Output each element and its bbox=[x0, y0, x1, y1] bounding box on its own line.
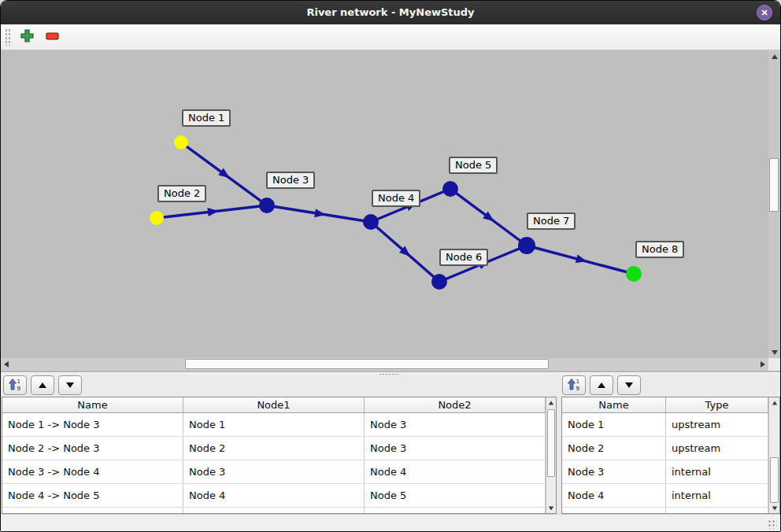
horizontal-scroll-thumb[interactable] bbox=[185, 359, 549, 369]
table-cell: Node 4 -> Node 5 bbox=[2, 484, 183, 507]
table-row[interactable] bbox=[562, 508, 768, 514]
table-cell bbox=[2, 508, 183, 514]
scroll-thumb[interactable] bbox=[770, 457, 779, 503]
scroll-down-icon[interactable] bbox=[546, 503, 556, 513]
vertical-scroll-thumb[interactable] bbox=[769, 158, 779, 212]
down-arrow-icon bbox=[549, 506, 553, 510]
nodes-table-scrollbar[interactable] bbox=[768, 397, 779, 513]
nodes-table-toolbar: 1 9 bbox=[562, 375, 641, 395]
table-cell: Node 3 bbox=[183, 460, 365, 483]
table-cell bbox=[666, 508, 768, 514]
links-table-body: Node 1 -> Node 3Node 1Node 3Node 2 -> No… bbox=[2, 413, 546, 514]
table-cell: Node 4 bbox=[183, 484, 365, 507]
table-cell: Node 4 bbox=[562, 484, 666, 507]
node-label: Node 8 bbox=[635, 241, 684, 258]
river-node[interactable] bbox=[174, 135, 188, 150]
canvas-horizontal-scrollbar[interactable] bbox=[1, 358, 768, 371]
table-cell: Node 2 bbox=[562, 437, 666, 460]
svg-text:9: 9 bbox=[576, 386, 579, 391]
remove-node-button[interactable] bbox=[43, 28, 61, 46]
table-cell bbox=[562, 508, 666, 514]
toolbar-grip-handle[interactable] bbox=[5, 28, 11, 46]
status-bar bbox=[1, 514, 780, 531]
table-cell: Node 2 -> Node 3 bbox=[2, 437, 183, 460]
node-label: Node 5 bbox=[449, 157, 498, 174]
column-header[interactable]: Node1 bbox=[183, 397, 365, 412]
table-cell: Node 3 -> Node 4 bbox=[2, 460, 183, 483]
table-row[interactable]: Node 1upstream bbox=[562, 413, 768, 437]
table-cell: Node 1 bbox=[562, 413, 666, 436]
left-arrow-icon bbox=[4, 361, 9, 368]
table-row[interactable]: Node 2upstream bbox=[562, 437, 768, 460]
nodes-table-body: Node 1upstreamNode 2upstreamNode 3intern… bbox=[562, 413, 768, 514]
plus-icon bbox=[20, 29, 34, 45]
minus-icon bbox=[46, 31, 59, 43]
table-row[interactable]: Node 2 -> Node 3Node 2Node 3 bbox=[2, 437, 546, 460]
table-row[interactable]: Node 3 -> Node 4Node 3Node 4 bbox=[2, 460, 546, 484]
table-row[interactable] bbox=[2, 508, 546, 514]
sort-button[interactable]: 1 9 bbox=[3, 375, 27, 395]
down-triangle-icon bbox=[66, 382, 74, 388]
right-arrow-icon bbox=[761, 361, 765, 368]
links-table-header: NameNode1Node2 bbox=[2, 397, 546, 413]
river-node[interactable] bbox=[626, 266, 642, 282]
toolbar bbox=[1, 24, 780, 50]
down-arrow-icon bbox=[772, 506, 776, 510]
river-node[interactable] bbox=[431, 274, 447, 290]
sort-button[interactable]: 1 9 bbox=[562, 375, 586, 395]
table-cell: Node 2 bbox=[183, 437, 365, 460]
table-cell: Node 4 bbox=[365, 460, 546, 483]
node-label: Node 4 bbox=[372, 190, 420, 207]
sort-ascending-icon: 1 9 bbox=[568, 378, 580, 393]
move-down-button[interactable] bbox=[617, 375, 641, 395]
column-header[interactable]: Type bbox=[666, 397, 768, 412]
down-triangle-icon bbox=[625, 382, 633, 388]
table-row[interactable]: Node 3internal bbox=[562, 460, 768, 484]
table-row[interactable]: Node 4internal bbox=[562, 484, 768, 508]
scroll-up-icon[interactable] bbox=[546, 397, 556, 408]
close-icon[interactable]: ✕ bbox=[757, 5, 772, 20]
flow-direction-arrow-icon bbox=[314, 209, 326, 217]
move-down-button[interactable] bbox=[58, 375, 82, 395]
column-header[interactable]: Name bbox=[562, 397, 666, 412]
up-triangle-icon bbox=[598, 382, 605, 388]
canvas-vertical-scrollbar[interactable] bbox=[768, 50, 780, 358]
scroll-down-icon[interactable] bbox=[769, 503, 779, 513]
river-node[interactable] bbox=[259, 198, 275, 213]
river-node[interactable] bbox=[518, 237, 535, 254]
resize-grip-icon[interactable] bbox=[768, 519, 777, 529]
down-arrow-icon bbox=[772, 350, 778, 355]
flow-direction-arrow-icon bbox=[576, 254, 587, 263]
scroll-up-icon[interactable] bbox=[769, 397, 779, 408]
window-title: River network - MyNewStudy bbox=[1, 1, 780, 24]
move-up-button[interactable] bbox=[590, 375, 613, 395]
svg-text:1: 1 bbox=[17, 378, 20, 384]
scroll-left-icon[interactable] bbox=[1, 358, 12, 371]
up-arrow-icon bbox=[772, 54, 778, 59]
move-up-button[interactable] bbox=[31, 375, 54, 395]
sort-ascending-icon: 1 9 bbox=[9, 378, 21, 393]
table-cell: Node 3 bbox=[365, 413, 546, 436]
river-node[interactable] bbox=[442, 181, 458, 197]
river-node[interactable] bbox=[150, 211, 164, 225]
column-header[interactable]: Node2 bbox=[365, 397, 546, 412]
scroll-thumb[interactable] bbox=[547, 409, 555, 477]
network-canvas[interactable]: Node 1Node 2Node 3Node 4Node 5Node 6Node… bbox=[1, 50, 768, 358]
node-label: Node 7 bbox=[527, 212, 576, 230]
table-cell: Node 5 bbox=[365, 484, 546, 507]
links-table-scrollbar[interactable] bbox=[546, 397, 556, 513]
table-row[interactable]: Node 1 -> Node 3Node 1Node 3 bbox=[2, 413, 546, 437]
node-label: Node 6 bbox=[439, 249, 488, 266]
table-cell: Node 1 -> Node 3 bbox=[2, 413, 183, 436]
node-label: Node 3 bbox=[266, 172, 315, 189]
river-node[interactable] bbox=[363, 214, 379, 230]
up-arrow-icon bbox=[549, 401, 553, 405]
scroll-down-icon[interactable] bbox=[768, 346, 780, 358]
table-row[interactable]: Node 4 -> Node 5Node 4Node 5 bbox=[2, 484, 546, 508]
nodes-table: NameType Node 1upstreamNode 2upstreamNod… bbox=[561, 397, 780, 514]
scroll-up-icon[interactable] bbox=[768, 50, 780, 62]
scroll-right-icon[interactable] bbox=[757, 358, 768, 371]
add-node-button[interactable] bbox=[17, 28, 36, 46]
table-cell: Node 1 bbox=[183, 413, 365, 436]
column-header[interactable]: Name bbox=[2, 397, 183, 412]
